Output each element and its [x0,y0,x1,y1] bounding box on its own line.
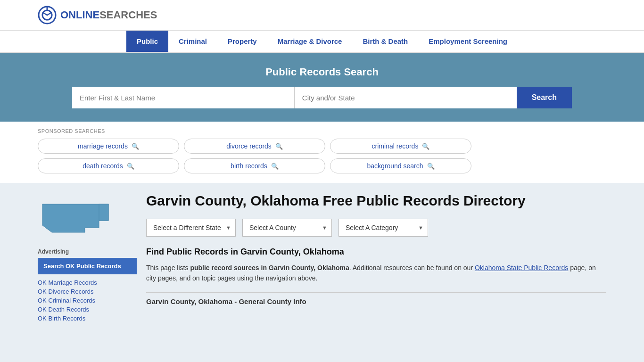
svg-rect-4 [99,204,108,221]
sponsored-section: SPONSORED SEARCHES marriage records 🔍 di… [0,122,644,183]
site-header: ONLINESEARCHES [0,0,644,31]
nav-property[interactable]: Property [217,31,267,52]
county-dropdown[interactable]: Select A County [242,219,332,237]
search-icon: 🔍 [132,143,139,150]
state-dropdown-wrap: Select a Different State [146,219,236,237]
tag-marriage-records[interactable]: marriage records 🔍 [38,139,179,154]
city-input[interactable] [295,87,517,108]
tag-criminal-records[interactable]: criminal records 🔍 [330,139,471,154]
tag-label: criminal records [372,142,419,150]
tag-divorce-records[interactable]: divorce records 🔍 [184,139,325,154]
nav-birth-death[interactable]: Birth & Death [352,31,418,52]
name-input[interactable] [72,87,295,108]
state-dropdown[interactable]: Select a Different State [146,219,236,237]
find-text-part2: . Additional resources can be found on o… [349,264,475,272]
nav-employment[interactable]: Employment Screening [418,31,518,52]
find-text: This page lists public record sources in… [146,263,606,284]
find-text-bold: public record sources in Garvin County, … [190,264,349,272]
tag-label: divorce records [226,142,272,150]
sponsored-label: SPONSORED SEARCHES [38,128,606,134]
sidebar-link-marriage[interactable]: OK Marriage Records [38,279,137,286]
hero-title: Public Records Search [38,66,606,78]
search-icon: 🔍 [271,163,279,170]
nav-marriage-divorce[interactable]: Marriage & Divorce [267,31,353,52]
advertising-label: Advertising [38,248,137,255]
find-heading: Find Public Records in Garvin County, Ok… [146,247,606,257]
svg-marker-3 [42,204,108,232]
sponsored-tags: marriage records 🔍 divorce records 🔍 cri… [38,139,606,173]
oklahoma-map [38,192,113,239]
nav-public[interactable]: Public [126,31,168,52]
tag-label: birth records [231,162,267,170]
sidebar-ad-box[interactable]: Search OK Public Records [38,258,137,274]
logo[interactable]: ONLINESEARCHES [38,6,157,25]
sidebar-links: OK Marriage Records OK Divorce Records O… [38,279,137,322]
search-icon: 🔍 [127,163,134,170]
sidebar-link-birth[interactable]: OK Birth Records [38,315,137,322]
section-divider [146,292,606,293]
search-icon: 🔍 [275,143,283,150]
main-nav: Public Criminal Property Marriage & Divo… [0,31,644,53]
sidebar-link-divorce[interactable]: OK Divorce Records [38,288,137,295]
tag-label: marriage records [78,142,128,150]
hero-section: Public Records Search Search [0,53,644,122]
sidebar: Advertising Search OK Public Records OK … [38,192,137,322]
content-area: Garvin County, Oklahoma Free Public Reco… [146,192,606,322]
tag-birth-records[interactable]: birth records 🔍 [184,158,325,173]
tag-label: background search [367,162,423,170]
nav-criminal[interactable]: Criminal [168,31,217,52]
oklahoma-records-link[interactable]: Oklahoma State Public Records [475,264,568,272]
tag-label: death records [83,162,123,170]
tag-background-search[interactable]: background search 🔍 [330,158,471,173]
logo-text: ONLINESEARCHES [60,9,157,21]
county-dropdown-wrap: Select A County [242,219,332,237]
search-icon: 🔍 [427,163,435,170]
search-icon: 🔍 [422,143,429,150]
logo-icon [38,6,57,25]
category-dropdown[interactable]: Select A Category [339,219,428,237]
find-text-part1: This page lists [146,264,190,272]
page-title: Garvin County, Oklahoma Free Public Reco… [146,192,606,209]
sidebar-link-death[interactable]: OK Death Records [38,306,137,313]
category-dropdown-wrap: Select A Category [339,219,428,237]
search-form: Search [72,87,572,108]
search-button[interactable]: Search [517,87,572,108]
main-content: Advertising Search OK Public Records OK … [0,183,644,331]
county-info-heading: Garvin County, Oklahoma - General County… [146,297,606,305]
tag-death-records[interactable]: death records 🔍 [38,158,179,173]
dropdowns-row: Select a Different State Select A County… [146,219,606,237]
sidebar-link-criminal[interactable]: OK Criminal Records [38,297,137,304]
